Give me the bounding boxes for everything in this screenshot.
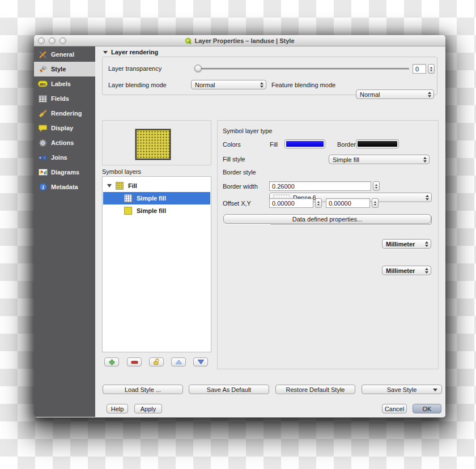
layer-transparency-slider[interactable]	[196, 68, 409, 70]
sidebar-item-label: Fields	[51, 95, 69, 102]
sidebar-item-metadata[interactable]: i Metadata	[34, 180, 95, 194]
save-style-button[interactable]: Save Style	[362, 385, 442, 394]
sidebar-item-joins[interactable]: Joins	[34, 150, 95, 165]
sidebar-item-general[interactable]: General	[34, 47, 95, 62]
svg-text:i: i	[42, 185, 44, 190]
table-icon	[38, 94, 48, 103]
move-layer-up-button[interactable]	[171, 357, 186, 366]
expander-icon[interactable]	[107, 184, 112, 187]
border-color-label: Border	[337, 141, 356, 148]
feature-blending-mode-select[interactable]: Normal	[356, 89, 434, 99]
tree-item-label: Simple fill	[137, 207, 166, 214]
sidebar-item-label: Joins	[51, 154, 67, 161]
layer-properties-window: Layer Properties – landuse | Style Gener…	[34, 35, 445, 417]
sidebar-item-labels[interactable]: abc Labels	[34, 76, 95, 91]
chart-icon	[38, 168, 48, 177]
offset-label: Offset X,Y	[223, 200, 251, 207]
sidebar-item-style[interactable]: Style	[34, 62, 95, 76]
offset-x-stepper[interactable]	[315, 198, 322, 208]
tree-item-simple-fill-1[interactable]: Simple fill	[103, 192, 210, 204]
sidebar-item-label: Display	[51, 125, 73, 131]
border-color-swatch	[358, 141, 397, 147]
select-arrows-icon	[425, 268, 428, 274]
feature-blending-mode-value: Normal	[360, 91, 380, 98]
sidebar-item-diagrams[interactable]: Diagrams	[34, 165, 95, 180]
feature-blending-mode-label: Feature blending mode	[271, 82, 335, 88]
data-defined-properties-button[interactable]: Data defined properties...	[223, 214, 431, 224]
layer-blending-mode-value: Normal	[195, 82, 215, 88]
sidebar-item-label: Rendering	[51, 110, 82, 117]
tree-item-simple-fill-2[interactable]: Simple fill	[103, 204, 210, 217]
symbol-layer-type-value: Simple fill	[333, 156, 359, 163]
crossed-tools-icon	[38, 50, 48, 59]
window-titlebar: Layer Properties – landuse | Style	[34, 35, 445, 46]
offset-x-input[interactable]: 0.00000	[269, 198, 313, 208]
sidebar: General Style abc Labels Fields Renderin…	[34, 46, 95, 417]
add-symbol-layer-button[interactable]	[104, 357, 119, 366]
minimize-window-button[interactable]	[49, 37, 56, 44]
symbol-layer-type-label: Symbol layer type	[223, 127, 272, 134]
fill-color-button[interactable]	[284, 139, 325, 148]
tree-item-fill-group[interactable]: Fill	[103, 180, 210, 192]
zoom-window-button[interactable]	[60, 37, 66, 44]
symbol-preview-swatch	[135, 129, 171, 160]
speech-bubble-icon	[38, 123, 48, 133]
sidebar-item-fields[interactable]: Fields	[34, 91, 95, 106]
join-arrow-icon	[38, 153, 48, 162]
svg-text:abc: abc	[40, 82, 46, 86]
sidebar-item-display[interactable]: Display	[34, 121, 95, 135]
symbol-preview-panel	[102, 120, 211, 165]
select-arrows-icon	[426, 195, 429, 201]
offset-unit-value: Millimeter	[386, 267, 415, 274]
load-style-button[interactable]: Load Style ...	[103, 385, 183, 394]
offset-y-input[interactable]: 0.00000	[326, 198, 370, 208]
layer-transparency-stepper[interactable]	[428, 64, 435, 74]
window-title: Layer Properties – landuse | Style	[194, 37, 294, 44]
offset-y-stepper[interactable]	[372, 198, 379, 208]
sidebar-item-label: Style	[51, 66, 66, 73]
lock-color-button[interactable]	[149, 357, 164, 366]
symbol-layer-type-select[interactable]: Simple fill	[329, 155, 430, 164]
layer-rendering-header: Layer rendering	[111, 49, 158, 56]
border-color-button[interactable]	[356, 139, 399, 148]
offset-unit-select[interactable]: Millimeter	[382, 266, 431, 275]
sidebar-item-actions[interactable]: Actions	[34, 135, 95, 150]
open-lock-icon	[153, 359, 160, 365]
simple-fill-dense-swatch-icon	[124, 194, 132, 202]
sidebar-item-rendering[interactable]: Rendering	[34, 106, 95, 121]
tree-item-label: Simple fill	[137, 195, 166, 202]
layer-transparency-value[interactable]: 0	[413, 64, 426, 74]
collapse-triangle-icon	[103, 51, 108, 54]
cancel-button[interactable]: Cancel	[382, 404, 407, 413]
tree-item-label: Fill	[128, 182, 137, 189]
layer-rendering-collapse[interactable]: Layer rendering	[103, 49, 158, 56]
border-width-unit-select[interactable]: Millimeter	[382, 239, 431, 249]
paintbrush-icon	[38, 65, 48, 74]
slider-handle[interactable]	[194, 65, 202, 72]
move-layer-down-button[interactable]	[193, 357, 208, 366]
border-width-label: Border width	[223, 183, 258, 190]
render-brush-icon	[38, 109, 48, 118]
down-triangle-icon	[197, 359, 205, 365]
border-width-stepper[interactable]	[373, 181, 380, 191]
traffic-lights	[38, 37, 66, 44]
fill-group-swatch-icon	[116, 182, 124, 190]
select-arrows-icon	[260, 82, 264, 88]
sidebar-item-label: Diagrams	[51, 169, 79, 176]
save-style-label: Save Style	[387, 386, 417, 393]
sidebar-item-label: Metadata	[51, 184, 78, 190]
layer-blending-mode-select[interactable]: Normal	[191, 80, 266, 89]
up-triangle-icon	[175, 359, 182, 365]
qgis-app-icon	[185, 37, 192, 44]
save-as-default-button[interactable]: Save As Default	[189, 385, 269, 394]
remove-symbol-layer-button[interactable]	[127, 357, 142, 366]
ok-button[interactable]: OK	[413, 404, 441, 413]
fill-color-swatch	[286, 141, 324, 147]
symbol-layers-tree: Fill Simple fill Simple fill	[102, 176, 211, 352]
close-window-button[interactable]	[38, 37, 45, 44]
restore-default-style-button[interactable]: Restore Default Style	[275, 385, 355, 394]
sidebar-item-label: Actions	[51, 139, 74, 146]
apply-button[interactable]: Apply	[134, 404, 162, 413]
border-width-input[interactable]: 0.26000	[269, 181, 371, 191]
help-button[interactable]: Help	[107, 404, 128, 413]
